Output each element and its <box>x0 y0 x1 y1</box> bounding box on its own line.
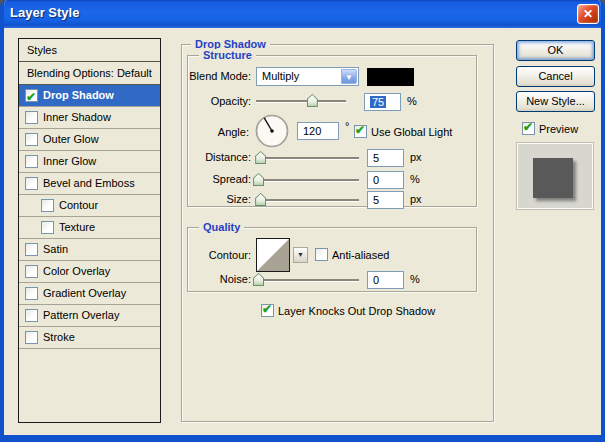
sidebar-item-label: Satin <box>43 243 68 255</box>
blend-mode-dropdown[interactable]: Multiply ▼ <box>256 67 359 86</box>
sidebar-item-label: Drop Shadow <box>43 89 114 101</box>
angle-value: 120 <box>303 125 321 137</box>
checkbox[interactable] <box>25 287 38 300</box>
sidebar-item-styles[interactable]: Styles <box>19 39 160 62</box>
opacity-input[interactable]: 75 <box>364 93 401 111</box>
sidebar-item-drop-shadow[interactable]: Drop Shadow <box>19 85 160 107</box>
sidebar-item-label: Outer Glow <box>43 133 99 145</box>
cancel-button[interactable]: Cancel <box>516 66 595 87</box>
opacity-value: 75 <box>370 96 386 108</box>
size-slider[interactable] <box>256 199 359 201</box>
opacity-unit: % <box>407 95 417 107</box>
noise-slider[interactable] <box>256 279 359 281</box>
checkbox[interactable] <box>41 199 54 212</box>
layer-style-dialog: Layer Style ✕ StylesBlending Options: De… <box>0 0 605 442</box>
sidebar-item-label: Pattern Overlay <box>43 309 119 321</box>
preview-checkbox[interactable] <box>522 122 535 135</box>
opacity-slider[interactable] <box>256 100 346 102</box>
noise-input[interactable]: 0 <box>367 271 404 289</box>
sidebar-item-label: Inner Shadow <box>43 111 111 123</box>
size-label: Size: <box>154 193 251 205</box>
spread-input[interactable]: 0 <box>367 171 404 189</box>
layer-knocks-out-checkbox[interactable] <box>261 304 274 317</box>
preview-layer-square <box>533 158 573 198</box>
distance-value: 5 <box>373 152 379 164</box>
angle-dial[interactable] <box>254 113 290 149</box>
sidebar-item-inner-glow[interactable]: Inner Glow <box>19 151 160 173</box>
sidebar-item-texture[interactable]: Texture <box>19 217 160 239</box>
checkbox[interactable] <box>25 265 38 278</box>
anti-aliased-checkbox[interactable] <box>315 248 328 261</box>
contour-picker[interactable] <box>256 238 290 272</box>
sidebar-item-label: Inner Glow <box>43 155 96 167</box>
sidebar-item-stroke[interactable]: Stroke <box>19 327 160 349</box>
contour-label: Contour: <box>154 249 251 261</box>
title-bar[interactable]: Layer Style ✕ <box>0 0 605 28</box>
sidebar-item-label: Styles <box>27 44 57 56</box>
checkbox[interactable] <box>25 309 38 322</box>
checkbox[interactable] <box>25 89 38 102</box>
use-global-light-label: Use Global Light <box>371 126 452 138</box>
contour-linear-icon <box>257 239 289 271</box>
blend-mode-value: Multiply <box>262 70 299 82</box>
distance-input[interactable]: 5 <box>367 149 404 167</box>
sidebar-item-outer-glow[interactable]: Outer Glow <box>19 129 160 151</box>
distance-unit: px <box>410 151 422 163</box>
angle-label: Angle: <box>154 126 249 138</box>
preview-label: Preview <box>539 123 578 135</box>
noise-unit: % <box>410 273 420 285</box>
new-style-button[interactable]: New Style... <box>516 91 595 112</box>
sidebar-item-blending-options-default[interactable]: Blending Options: Default <box>19 62 160 85</box>
sidebar-item-satin[interactable]: Satin <box>19 239 160 261</box>
sidebar-item-label: Bevel and Emboss <box>43 177 135 189</box>
checkbox[interactable] <box>25 331 38 344</box>
ok-button[interactable]: OK <box>516 40 595 61</box>
sidebar-item-label: Stroke <box>43 331 75 343</box>
sidebar-item-label: Gradient Overlay <box>43 287 126 299</box>
structure-group-title: Structure <box>199 49 256 61</box>
window-title: Layer Style <box>10 5 79 20</box>
contour-dropdown-arrow-icon[interactable]: ▼ <box>293 247 308 263</box>
checkbox[interactable] <box>25 155 38 168</box>
sidebar-item-inner-shadow[interactable]: Inner Shadow <box>19 107 160 129</box>
styles-list: StylesBlending Options: DefaultDrop Shad… <box>18 38 161 423</box>
sidebar-item-contour[interactable]: Contour <box>19 195 160 217</box>
size-value: 5 <box>373 194 379 206</box>
sidebar-item-gradient-overlay[interactable]: Gradient Overlay <box>19 283 160 305</box>
shadow-color-swatch[interactable] <box>367 68 414 86</box>
sidebar-item-pattern-overlay[interactable]: Pattern Overlay <box>19 305 160 327</box>
preview-thumbnail <box>517 143 593 209</box>
checkbox[interactable] <box>25 111 38 124</box>
distance-label: Distance: <box>154 151 251 163</box>
distance-slider[interactable] <box>256 157 359 159</box>
sidebar-item-label: Color Overlay <box>43 265 110 277</box>
noise-value: 0 <box>373 274 379 286</box>
size-unit: px <box>410 193 422 205</box>
size-input[interactable]: 5 <box>367 191 404 209</box>
opacity-label: Opacity: <box>154 95 251 107</box>
close-icon[interactable]: ✕ <box>577 4 599 24</box>
checkbox[interactable] <box>25 243 38 256</box>
sidebar-item-label: Contour <box>59 199 98 211</box>
blend-mode-label: Blend Mode: <box>154 70 251 82</box>
noise-label: Noise: <box>154 273 251 285</box>
sidebar-item-color-overlay[interactable]: Color Overlay <box>19 261 160 283</box>
spread-unit: % <box>410 173 420 185</box>
checkbox[interactable] <box>25 177 38 190</box>
anti-aliased-label: Anti-aliased <box>332 249 389 261</box>
angle-unit: ° <box>345 120 349 132</box>
sidebar-item-bevel-and-emboss[interactable]: Bevel and Emboss <box>19 173 160 195</box>
sidebar-item-label: Texture <box>59 221 95 233</box>
use-global-light-checkbox[interactable] <box>354 125 367 138</box>
quality-group-title: Quality <box>199 221 244 233</box>
checkbox[interactable] <box>41 221 54 234</box>
checkbox[interactable] <box>25 133 38 146</box>
spread-value: 0 <box>373 174 379 186</box>
chevron-down-icon[interactable]: ▼ <box>341 69 357 84</box>
angle-input[interactable]: 120 <box>297 122 339 140</box>
spread-slider[interactable] <box>256 179 359 181</box>
sidebar-item-label: Blending Options: Default <box>27 67 152 79</box>
spread-label: Spread: <box>154 173 251 185</box>
layer-knocks-out-label: Layer Knocks Out Drop Shadow <box>278 305 435 317</box>
